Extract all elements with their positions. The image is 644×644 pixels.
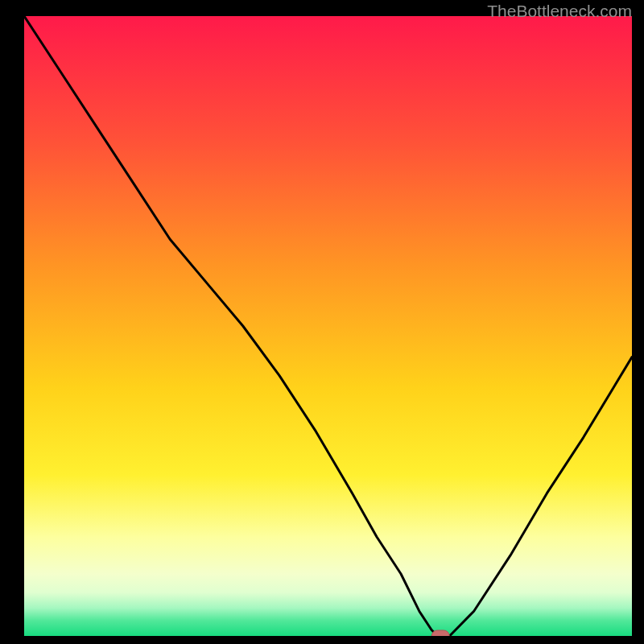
chart-svg <box>24 16 632 636</box>
attribution-text: TheBottleneck.com <box>487 2 632 21</box>
chart-frame: TheBottleneck.com <box>0 0 644 644</box>
optimum-marker <box>431 630 449 636</box>
plot-area <box>24 16 632 636</box>
gradient-background <box>24 16 632 636</box>
